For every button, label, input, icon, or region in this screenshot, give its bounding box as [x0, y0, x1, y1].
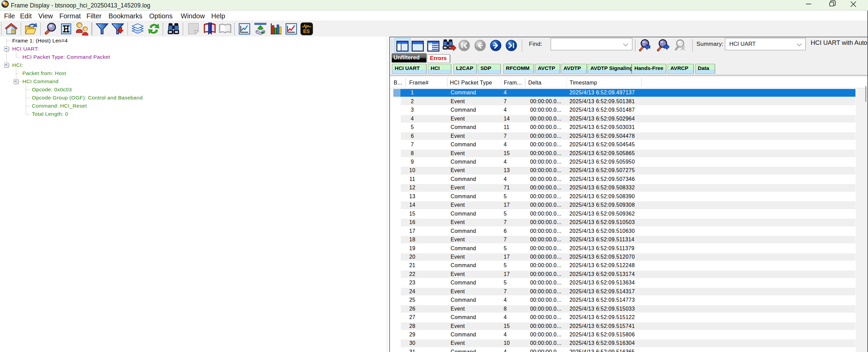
svg-text:ES: ES [303, 29, 310, 34]
